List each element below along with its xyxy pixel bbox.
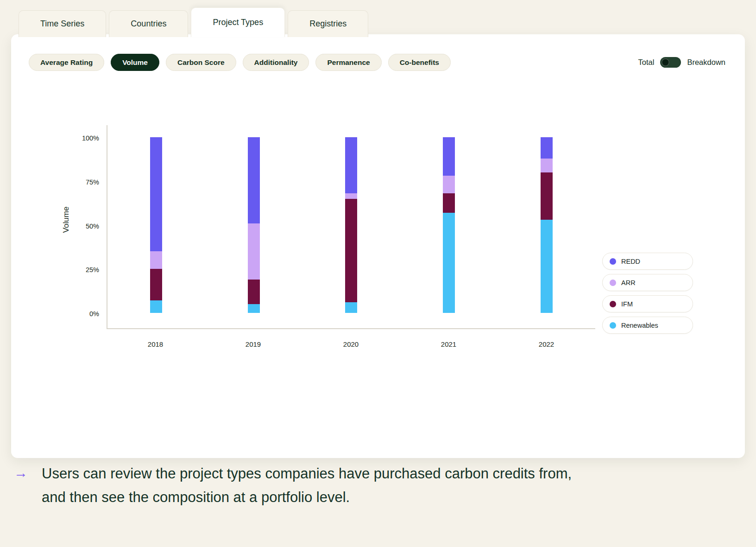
metric-pill-carbon-score[interactable]: Carbon Score <box>166 54 236 71</box>
metric-pill-permanence[interactable]: Permanence <box>315 54 381 71</box>
metric-pill-average-rating[interactable]: Average Rating <box>29 54 104 71</box>
tab-countries[interactable]: Countries <box>109 10 188 37</box>
metric-pill-additionality[interactable]: Additionality <box>243 54 309 71</box>
toggle-label-breakdown: Breakdown <box>687 58 725 67</box>
bar-segment-renewables-2021 <box>443 213 455 313</box>
legend: REDDARRIFMRenewables <box>602 253 693 334</box>
bar-2019 <box>248 137 260 313</box>
y-tick-100: 100% <box>70 134 99 142</box>
bar-segment-redd-2019 <box>248 137 260 223</box>
bar-segment-renewables-2018 <box>150 300 162 313</box>
bar-segment-renewables-2022 <box>541 220 553 313</box>
arrow-right-icon: → <box>14 462 28 484</box>
legend-label-ifm: IFM <box>621 300 633 308</box>
legend-dot-arr-icon <box>610 280 616 286</box>
bar-segment-arr-2022 <box>541 159 553 172</box>
y-tick-50: 50% <box>70 223 99 230</box>
caption-line-2: and then see the composition at a portfo… <box>42 485 572 509</box>
caption: → Users can review the project types com… <box>14 462 737 509</box>
bar-2020 <box>345 137 357 313</box>
bar-group-2022 <box>498 137 595 313</box>
tab-bar: Time SeriesCountriesProject TypesRegistr… <box>19 7 368 37</box>
bar-segment-ifm-2018 <box>150 269 162 300</box>
x-label-2022: 2022 <box>498 340 595 348</box>
caption-line-1: Users can review the project types compa… <box>42 462 572 485</box>
tab-project-types[interactable]: Project Types <box>191 7 285 37</box>
bar-group-2021 <box>400 137 498 313</box>
x-label-2021: 2021 <box>400 340 498 348</box>
bar-group-2020 <box>302 137 400 313</box>
caption-text: Users can review the project types compa… <box>42 462 572 509</box>
bar-2022 <box>541 137 553 313</box>
legend-dot-ifm-icon <box>610 301 616 307</box>
y-tick-25: 25% <box>70 266 99 274</box>
bar-segment-redd-2021 <box>443 137 455 176</box>
bar-segment-ifm-2021 <box>443 193 455 213</box>
x-label-2018: 2018 <box>107 340 204 348</box>
x-label-2019: 2019 <box>204 340 302 348</box>
y-tick-75: 75% <box>70 178 99 186</box>
bar-segment-redd-2018 <box>150 137 162 251</box>
breakdown-toggle[interactable] <box>660 57 681 68</box>
panel: Average RatingVolumeCarbon ScoreAddition… <box>11 34 745 458</box>
bar-segment-redd-2022 <box>541 137 553 158</box>
x-label-2020: 2020 <box>302 340 400 348</box>
bar-segment-arr-2018 <box>150 251 162 269</box>
bar-group-2018 <box>107 137 205 313</box>
y-axis-title: Volume <box>62 207 71 233</box>
tab-time-series[interactable]: Time Series <box>19 10 106 37</box>
bar-segment-ifm-2022 <box>541 172 553 220</box>
controls-row: Average RatingVolumeCarbon ScoreAddition… <box>29 54 725 71</box>
legend-dot-redd-icon <box>610 258 616 265</box>
y-tick-0: 0% <box>70 310 99 318</box>
screen: Time SeriesCountriesProject TypesRegistr… <box>0 0 756 547</box>
legend-label-renewables: Renewables <box>621 322 658 329</box>
legend-item-renewables[interactable]: Renewables <box>602 317 693 334</box>
metric-pill-row: Average RatingVolumeCarbon ScoreAddition… <box>29 54 451 71</box>
legend-item-ifm[interactable]: IFM <box>602 295 693 312</box>
bar-segment-ifm-2020 <box>345 199 357 303</box>
bar-2018 <box>150 137 162 313</box>
bar-segment-arr-2019 <box>248 223 260 280</box>
toggle-label-total: Total <box>638 58 655 67</box>
x-axis-labels: 20182019202020212022 <box>107 340 595 348</box>
bars <box>107 137 595 313</box>
view-toggle-group: Total Breakdown <box>638 57 725 68</box>
bar-segment-arr-2020 <box>345 193 357 198</box>
bar-segment-arr-2021 <box>443 176 455 193</box>
legend-item-redd[interactable]: REDD <box>602 253 693 270</box>
legend-item-arr[interactable]: ARR <box>602 274 693 291</box>
bar-2021 <box>443 137 455 313</box>
bar-segment-renewables-2020 <box>345 302 357 313</box>
metric-pill-co-benefits[interactable]: Co-benefits <box>388 54 451 71</box>
legend-label-redd: REDD <box>621 258 640 265</box>
legend-dot-renewables-icon <box>610 322 616 329</box>
tab-registries[interactable]: Registries <box>288 10 368 37</box>
metric-pill-volume[interactable]: Volume <box>111 54 159 71</box>
bar-segment-ifm-2019 <box>248 280 260 304</box>
legend-label-arr: ARR <box>621 279 636 286</box>
bar-group-2019 <box>205 137 303 313</box>
bar-segment-redd-2020 <box>345 137 357 193</box>
chart-plot: 0%25%50%75%100% <box>107 125 595 329</box>
bar-segment-renewables-2019 <box>248 304 260 313</box>
toggle-knob-icon <box>662 58 669 66</box>
